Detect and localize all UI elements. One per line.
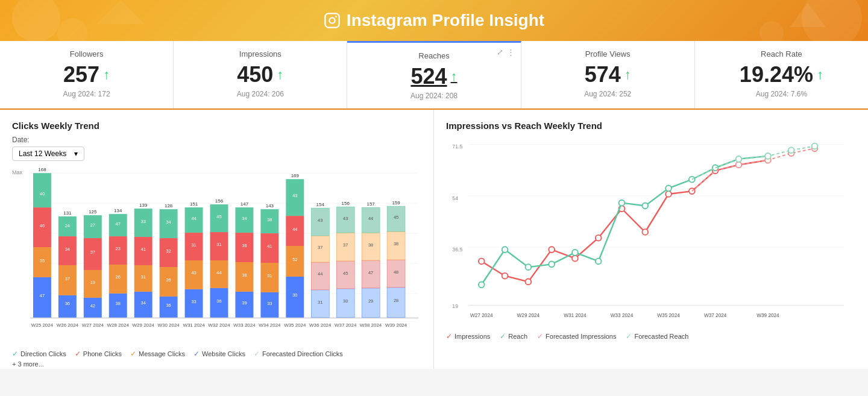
svg-text:45: 45 (343, 271, 348, 276)
stat-reach-rate: Reach Rate 19.24% ↑ Aug 2024: 7.6% (695, 41, 868, 108)
svg-text:41: 41 (141, 247, 146, 252)
svg-text:W28 2024: W28 2024 (107, 322, 130, 328)
bar-w35: 169 43 44 52 30 W35 2024 (284, 173, 306, 328)
date-select[interactable]: Last 12 Weeks ▾ (12, 146, 84, 161)
chevron-down-icon: ▾ (74, 149, 78, 158)
right-chart-legend: ✓ Impressions ✓ Reach ✓ Forecasted Impre… (446, 332, 856, 341)
svg-text:37: 37 (343, 242, 348, 248)
bar-w30: 128 34 32 26 36 W30 2024 (157, 203, 180, 328)
svg-text:28: 28 (394, 298, 398, 303)
check-icon: ✓ (12, 350, 18, 358)
svg-text:128: 128 (165, 203, 173, 209)
more-icon[interactable]: ⋮ (507, 48, 515, 57)
svg-text:38: 38 (267, 217, 272, 222)
stat-followers-prev: Aug 2024: 172 (12, 90, 161, 98)
instagram-icon (324, 12, 341, 29)
check-icon-reach: ✓ (500, 332, 506, 341)
svg-text:36.5: 36.5 (452, 247, 462, 253)
legend-reach: ✓ Reach (500, 332, 527, 341)
stat-reaches-value: 524 ↑ (359, 64, 508, 89)
svg-text:34: 34 (166, 219, 171, 225)
bar-w29: 139 33 41 31 34 W29 2024 (133, 203, 155, 328)
stat-profile-views-value: 574 ↑ (533, 62, 682, 87)
svg-text:37: 37 (90, 250, 95, 255)
svg-text:29: 29 (368, 298, 373, 304)
svg-text:W29 2024: W29 2024 (517, 313, 540, 318)
svg-text:45: 45 (394, 215, 398, 220)
svg-text:W36 2024: W36 2024 (309, 322, 332, 328)
svg-point-8 (335, 16, 337, 17)
svg-point-195 (526, 264, 532, 270)
chart-legend: ✓ Direction Clicks ✓ Phone Clicks ✓ Mess… (12, 350, 421, 358)
svg-text:42: 42 (90, 303, 95, 309)
bar-w33: 147 34 36 38 39 W33 2024 (233, 201, 256, 328)
svg-text:47: 47 (40, 293, 45, 298)
right-panel: Impressions vs Reach Weekly Trend 71.5 5… (434, 110, 868, 369)
svg-text:34: 34 (141, 300, 146, 306)
header: Instagram Profile Insight (0, 0, 868, 41)
svg-text:Max: Max (12, 169, 22, 175)
check-icon-forecast-reach: ✓ (626, 332, 632, 341)
more-link: + 3 more... (12, 360, 421, 368)
reaches-arrow: ↑ (451, 69, 458, 84)
stat-reaches-prev: Aug 2024: 208 (359, 92, 508, 100)
svg-text:157: 157 (366, 201, 375, 207)
profile-views-arrow: ↑ (624, 67, 631, 83)
svg-text:W32 2024: W32 2024 (208, 322, 230, 328)
svg-text:44: 44 (292, 227, 297, 232)
svg-point-197 (572, 250, 578, 256)
stats-row: Followers 257 ↑ Aug 2024: 172 Impression… (0, 41, 868, 110)
svg-point-204 (736, 162, 742, 168)
stat-profile-views: Profile Views 574 ↑ Aug 2024: 252 (521, 41, 695, 108)
bar-w25: 168 40 46 35 47 W25 2024 (31, 167, 54, 328)
svg-text:36: 36 (166, 303, 171, 308)
svg-text:31: 31 (141, 274, 146, 280)
svg-text:125: 125 (89, 209, 97, 215)
svg-text:W34 2024: W34 2024 (259, 322, 281, 328)
followers-arrow: ↑ (103, 67, 110, 83)
svg-point-183 (502, 273, 508, 279)
bar-w39: 159 45 38 48 28 W39 2024 (385, 200, 407, 328)
svg-point-190 (665, 191, 671, 197)
svg-text:19: 19 (90, 280, 95, 285)
svg-text:159: 159 (392, 200, 400, 206)
svg-text:W38 2024: W38 2024 (360, 322, 382, 328)
stat-reach-rate-value: 19.24% ↑ (707, 62, 856, 87)
svg-text:154: 154 (316, 202, 325, 207)
svg-text:44: 44 (318, 271, 322, 277)
svg-text:156: 156 (342, 201, 350, 206)
stat-reaches-label: Reaches (359, 51, 508, 60)
svg-text:31: 31 (267, 273, 272, 278)
svg-point-201 (665, 185, 671, 191)
svg-text:35: 35 (40, 258, 45, 263)
svg-text:W35 2024: W35 2024 (284, 322, 306, 328)
svg-rect-27 (58, 295, 77, 318)
stat-profile-views-prev: Aug 2024: 252 (533, 90, 682, 98)
svg-point-200 (642, 203, 648, 209)
svg-text:W37 2024: W37 2024 (335, 322, 357, 328)
svg-text:37: 37 (318, 245, 322, 250)
svg-text:W27 2024: W27 2024 (82, 322, 104, 328)
legend-direction-clicks: ✓ Direction Clicks (12, 350, 66, 358)
svg-point-211 (812, 143, 818, 149)
reach-rate-arrow: ↑ (817, 67, 823, 83)
stat-reach-rate-prev: Aug 2024: 7.6% (707, 90, 856, 98)
expand-icon[interactable]: ⤢ (497, 48, 503, 57)
svg-text:36: 36 (242, 243, 247, 248)
svg-text:24: 24 (65, 223, 70, 228)
bar-chart-svg: Max (12, 167, 421, 345)
legend-phone-clicks: ✓ Phone Clicks (75, 350, 122, 358)
svg-point-184 (526, 279, 532, 285)
svg-point-186 (572, 256, 578, 262)
date-label: Date: (12, 136, 421, 144)
svg-text:32: 32 (166, 248, 171, 254)
svg-text:44: 44 (216, 270, 221, 275)
stat-reach-rate-label: Reach Rate (707, 49, 856, 58)
svg-rect-20 (33, 173, 51, 207)
svg-text:W30 2024: W30 2024 (157, 322, 180, 328)
svg-text:W26 2024: W26 2024 (57, 322, 79, 328)
line-chart-title: Impressions vs Reach Weekly Trend (446, 121, 856, 131)
svg-text:23: 23 (116, 246, 121, 251)
svg-point-194 (502, 247, 508, 253)
check-icon-forecast: ✓ (254, 350, 260, 358)
